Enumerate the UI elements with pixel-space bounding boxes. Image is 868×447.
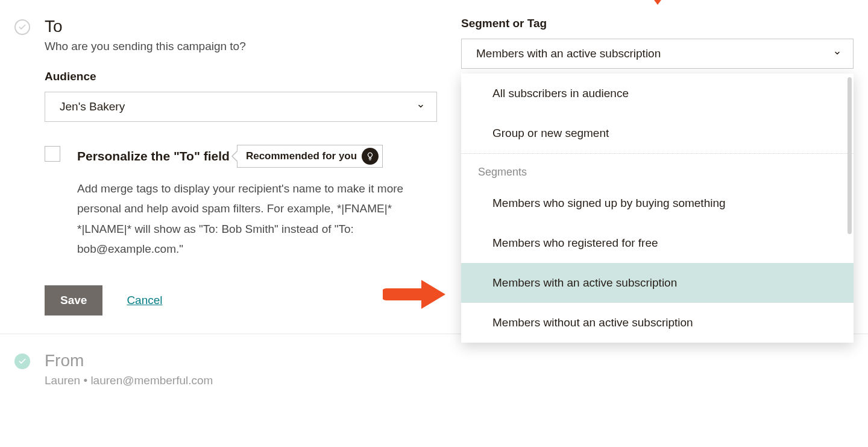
to-subtitle: Who are you sending this campaign to?	[45, 40, 437, 53]
dd-option-all[interactable]: All subscribers in audience	[461, 74, 854, 113]
to-title: To	[45, 17, 437, 36]
to-section: To Who are you sending this campaign to?…	[0, 0, 868, 334]
save-button[interactable]: Save	[45, 285, 102, 315]
lightbulb-icon	[362, 148, 379, 165]
audience-value: Jen's Bakery	[60, 100, 125, 113]
from-email: lauren@memberful.com	[90, 374, 213, 387]
dd-option-seg-1[interactable]: Members who registered for free	[461, 223, 854, 263]
chevron-down-icon	[834, 49, 841, 59]
personalize-title: Personalize the "To" field	[77, 149, 230, 163]
cancel-link[interactable]: Cancel	[127, 294, 162, 307]
dd-group-label: Segments	[461, 154, 854, 183]
recommended-label: Recommended for you	[246, 150, 357, 162]
personalize-checkbox[interactable]	[45, 146, 60, 162]
from-separator: •	[80, 374, 90, 387]
audience-label: Audience	[45, 70, 437, 83]
dd-option-seg-2[interactable]: Members with an active subscription	[461, 263, 854, 303]
from-name: Lauren	[45, 374, 80, 387]
segment-value: Members with an active subscription	[476, 47, 661, 60]
recommended-badge: Recommended for you	[237, 145, 383, 168]
check-circle-filled-icon	[14, 353, 30, 369]
segment-select[interactable]: Members with an active subscription	[461, 39, 854, 69]
dd-option-group[interactable]: Group or new segment	[461, 113, 854, 153]
scrollbar[interactable]	[848, 77, 852, 234]
check-circle-icon	[14, 19, 30, 35]
audience-select[interactable]: Jen's Bakery	[45, 92, 437, 122]
from-title: From	[45, 351, 854, 370]
segment-dropdown-list[interactable]: All subscribers in audience Group or new…	[461, 74, 854, 343]
dd-option-seg-0[interactable]: Members who signed up by buying somethin…	[461, 183, 854, 223]
from-subtitle: Lauren • lauren@memberful.com	[45, 374, 854, 387]
annotation-arrow-down-icon	[637, 0, 679, 13]
annotation-arrow-right-icon	[383, 275, 449, 316]
chevron-down-icon	[417, 102, 424, 112]
dd-option-seg-3[interactable]: Members without an active subscription	[461, 303, 854, 343]
segment-dropdown: All subscribers in audience Group or new…	[461, 74, 854, 343]
from-section: From Lauren • lauren@memberful.com	[0, 334, 868, 405]
personalize-desc: Add merge tags to display your recipient…	[77, 179, 415, 259]
segment-label: Segment or Tag	[461, 17, 854, 30]
